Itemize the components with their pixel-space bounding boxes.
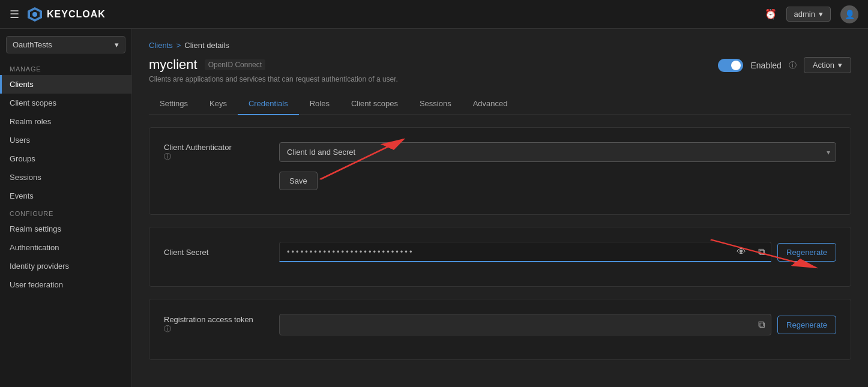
main-content-area: Client Authenticator ⓘ Client Id and Sec…: [149, 127, 851, 360]
page-actions: Enabled ⓘ Action ▾: [718, 57, 851, 73]
sidebar-item-clients[interactable]: Clients: [0, 75, 131, 94]
save-button[interactable]: Save: [279, 172, 318, 190]
tab-client-scopes[interactable]: Client scopes: [340, 93, 409, 115]
client-authenticator-label: Client Authenticator ⓘ: [164, 143, 272, 162]
regenerate-reg-token-button[interactable]: Regenerate: [777, 316, 836, 334]
enabled-label: Enabled: [750, 61, 781, 70]
authenticator-help-icon[interactable]: ⓘ: [164, 152, 171, 161]
reg-token-field: ⧉: [279, 314, 771, 335]
clock-icon: ⏰: [765, 8, 777, 20]
breadcrumb-clients-link[interactable]: Clients: [149, 41, 173, 50]
sidebar-item-label: Client scopes: [10, 98, 56, 107]
client-authenticator-card: Client Authenticator ⓘ Client Id and Sec…: [149, 127, 851, 215]
copy-reg-token-button[interactable]: ⧉: [752, 316, 771, 334]
breadcrumb-separator: >: [176, 41, 181, 50]
sidebar-item-label: Users: [10, 136, 30, 145]
page-header: myclient OpenID Connect Clients are appl…: [149, 57, 851, 83]
client-authenticator-select-wrapper: Client Id and Secret ▾: [279, 142, 836, 162]
enabled-help-icon[interactable]: ⓘ: [789, 60, 797, 71]
registration-token-card: Registration access token ⓘ ⧉ Regenerate: [149, 299, 851, 360]
tab-advanced[interactable]: Advanced: [462, 93, 519, 115]
save-control-area: Save: [279, 172, 836, 190]
sidebar-item-realm-settings[interactable]: Realm settings: [0, 220, 131, 238]
admin-label: admin: [794, 10, 815, 19]
tab-credentials[interactable]: Credentials: [238, 93, 299, 115]
client-authenticator-select[interactable]: Client Id and Secret: [279, 142, 836, 162]
topbar: ☰ KEYCLOAK ⏰ admin ▾ 👤: [0, 0, 868, 29]
admin-chevron-icon: ▾: [819, 10, 823, 19]
keycloak-logo-icon: [26, 6, 43, 23]
client-secret-field: •••••••••••••••••••••••••••• 👁 ⧉: [279, 242, 771, 262]
sidebar: OauthTests ▾ Manage Clients Client scope…: [0, 29, 132, 387]
sidebar-item-label: Sessions: [10, 173, 41, 182]
tab-sessions[interactable]: Sessions: [409, 93, 462, 115]
topbar-right: ⏰ admin ▾ 👤: [765, 5, 858, 23]
tab-roles[interactable]: Roles: [299, 93, 340, 115]
breadcrumb-current: Client details: [184, 41, 229, 50]
sidebar-item-authentication[interactable]: Authentication: [0, 238, 131, 257]
layout: OauthTests ▾ Manage Clients Client scope…: [0, 29, 868, 387]
page-subtitle: Clients are applications and services th…: [149, 75, 398, 83]
action-button[interactable]: Action ▾: [804, 57, 851, 73]
sidebar-item-user-federation[interactable]: User federation: [0, 275, 131, 294]
configure-section-label: Configure: [0, 205, 131, 220]
sidebar-item-label: Events: [10, 191, 34, 200]
sidebar-item-label: User federation: [10, 280, 63, 289]
client-secret-label: Client Secret: [164, 248, 272, 257]
admin-menu-button[interactable]: admin ▾: [786, 7, 831, 22]
page-title: myclient OpenID Connect: [149, 57, 398, 73]
page-title-area: myclient OpenID Connect Clients are appl…: [149, 57, 398, 83]
action-label: Action: [813, 61, 834, 70]
main-content: Clients > Client details myclient OpenID…: [132, 29, 868, 387]
realm-selector[interactable]: OauthTests ▾: [6, 36, 125, 53]
sidebar-item-label: Identity providers: [10, 262, 69, 271]
logo-text: KEYCLOAK: [47, 9, 106, 20]
client-name: myclient: [149, 57, 197, 73]
reg-token-row: Registration access token ⓘ ⧉ Regenerate: [164, 314, 836, 335]
client-secret-control-area: •••••••••••••••••••••••••••• 👁 ⧉ Regener…: [279, 242, 836, 262]
client-authenticator-row: Client Authenticator ⓘ Client Id and Sec…: [164, 142, 836, 162]
hamburger-icon[interactable]: ☰: [10, 8, 19, 21]
enabled-toggle[interactable]: [718, 59, 743, 72]
realm-name: OauthTests: [13, 40, 52, 49]
sidebar-item-label: Authentication: [10, 243, 59, 252]
advanced-tab-label: Advanced: [473, 99, 508, 108]
toggle-secret-visibility-button[interactable]: 👁: [731, 243, 752, 261]
reg-token-control-area: ⧉ Regenerate: [279, 314, 836, 335]
sidebar-item-events[interactable]: Events: [0, 187, 131, 205]
client-authenticator-select-area: Client Id and Secret ▾: [279, 142, 836, 162]
save-row: Save: [164, 172, 836, 190]
action-chevron-icon: ▾: [838, 61, 842, 70]
client-secret-card: Client Secret ••••••••••••••••••••••••••…: [149, 227, 851, 287]
tab-keys[interactable]: Keys: [199, 93, 238, 115]
tabs: Settings Keys Credentials Roles Client s…: [149, 93, 851, 115]
breadcrumb: Clients > Client details: [149, 41, 851, 50]
topbar-left: ☰ KEYCLOAK: [10, 6, 106, 23]
reg-token-label: Registration access token ⓘ: [164, 315, 272, 334]
reg-token-value: [280, 314, 752, 335]
reg-token-help-icon[interactable]: ⓘ: [164, 325, 171, 333]
sidebar-item-label: Realm roles: [10, 117, 51, 126]
sidebar-item-users[interactable]: Users: [0, 131, 131, 149]
sidebar-item-label: Realm settings: [10, 224, 61, 233]
sidebar-item-client-scopes[interactable]: Client scopes: [0, 94, 131, 112]
sidebar-item-sessions[interactable]: Sessions: [0, 168, 131, 187]
sidebar-item-groups[interactable]: Groups: [0, 149, 131, 168]
client-secret-dots: ••••••••••••••••••••••••••••: [280, 242, 731, 261]
sidebar-item-realm-roles[interactable]: Realm roles: [0, 112, 131, 131]
sidebar-item-identity-providers[interactable]: Identity providers: [0, 257, 131, 275]
sidebar-item-label: Groups: [10, 154, 35, 163]
sidebar-item-label: Clients: [10, 80, 34, 89]
avatar[interactable]: 👤: [840, 5, 858, 23]
svg-point-2: [32, 12, 37, 17]
client-type-badge: OpenID Connect: [205, 59, 265, 70]
copy-secret-button[interactable]: ⧉: [752, 243, 771, 261]
regenerate-secret-button[interactable]: Regenerate: [777, 243, 836, 262]
realm-chevron-icon: ▾: [115, 40, 119, 49]
logo: KEYCLOAK: [26, 6, 106, 23]
tab-settings[interactable]: Settings: [149, 93, 199, 115]
client-secret-row: Client Secret ••••••••••••••••••••••••••…: [164, 242, 836, 262]
manage-section-label: Manage: [0, 61, 131, 75]
